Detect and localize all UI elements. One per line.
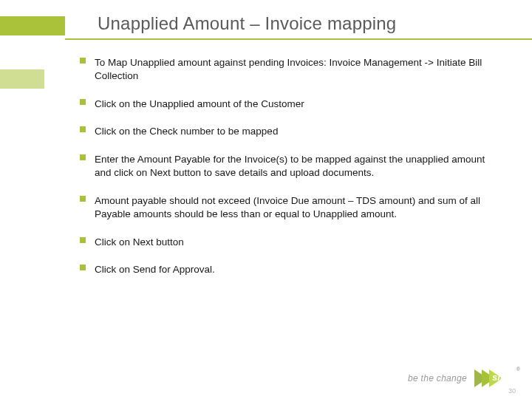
tagline: be the change (408, 373, 467, 383)
brand-text: sify (492, 372, 508, 383)
list-item: Amount payable should not exceed (Invoic… (80, 194, 502, 221)
list-item: To Map Unapplied amount against pending … (80, 56, 502, 83)
accent-bar-primary (0, 16, 65, 35)
footer: be the change sify ® (408, 365, 519, 392)
title-underline (65, 38, 532, 40)
list-item: Enter the Amount Payable for the Invoice… (80, 153, 502, 180)
title-row: Unapplied Amount – Invoice mapping (0, 13, 532, 43)
list-item: Click on Send for Approval. (80, 263, 502, 276)
list-item: Click on Next button (80, 236, 502, 249)
slide-number: 30 (508, 387, 516, 395)
registered-mark: ® (516, 366, 520, 372)
accent-bar-secondary (0, 69, 44, 89)
list-item: Click on the Check number to be mapped (80, 125, 502, 138)
content-area: To Map Unapplied amount against pending … (80, 56, 502, 291)
bullet-list: To Map Unapplied amount against pending … (80, 56, 502, 276)
list-item: Click on the Unapplied amount of the Cus… (80, 98, 502, 111)
page-title: Unapplied Amount – Invoice mapping (98, 13, 396, 34)
slide: { "title": "Unapplied Amount – Invoice m… (0, 0, 532, 399)
